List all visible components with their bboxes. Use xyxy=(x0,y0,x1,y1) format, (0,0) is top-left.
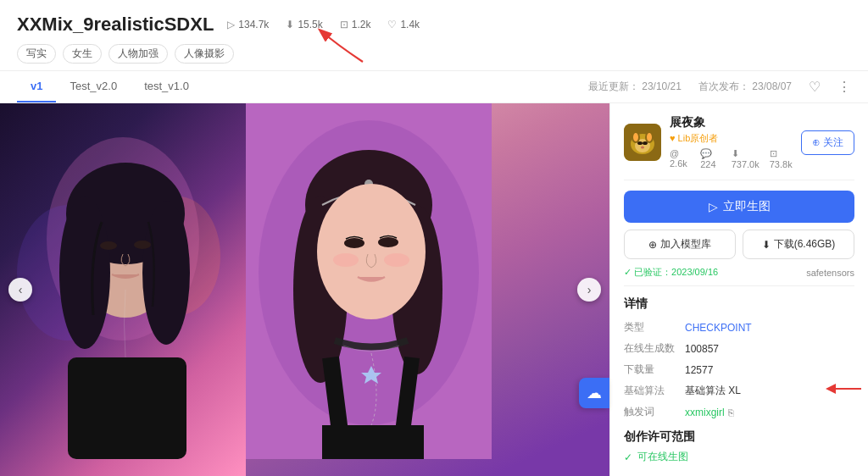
svg-point-29 xyxy=(647,133,652,141)
detail-type-row: 类型 CHECKPOINT xyxy=(624,320,854,335)
author-stat-2: ⬇ 737.0k xyxy=(732,148,760,169)
svg-point-19 xyxy=(344,238,364,248)
down-icon: ⬇ xyxy=(732,148,739,158)
svg-point-8 xyxy=(134,241,151,249)
copy-icon[interactable]: ⎘ xyxy=(728,407,734,418)
verified-text: ✓ 已验证：2023/09/16 xyxy=(624,266,718,279)
play-icon: ▷ xyxy=(227,19,235,30)
detail-type-value: CHECKPOINT xyxy=(685,322,752,334)
image-icon: ⊡ xyxy=(340,19,348,30)
images-value: 1.2k xyxy=(352,19,371,30)
details-section: 详情 类型 CHECKPOINT 在线生成数 100857 下载量 12577 xyxy=(624,296,854,419)
author-stats: @ 2.6k 💬 224 ⬇ 737.0k ⊡ xyxy=(670,148,793,169)
next-image-button[interactable]: › xyxy=(577,278,601,302)
tag-2[interactable]: 人物加强 xyxy=(108,44,168,64)
likes-value: 1.4k xyxy=(400,19,420,30)
detail-dl-value: 12577 xyxy=(685,364,713,376)
stat-downloads: ⬇ 15.5k xyxy=(286,19,322,30)
stats-row: ▷ 134.7k ⬇ 15.5k ⊡ 1.2k ♡ 1.4k xyxy=(227,19,420,30)
svg-rect-9 xyxy=(68,357,186,459)
img-icon: ⊡ xyxy=(770,148,777,158)
prev-image-button[interactable]: ‹ xyxy=(8,278,32,302)
follow-button[interactable]: ⊕ 关注 xyxy=(801,130,854,155)
license-title: 创作许可范围 xyxy=(624,429,854,445)
cloud-icon: ☁ xyxy=(587,384,602,402)
author-name: 展夜象 xyxy=(670,115,793,130)
svg-point-20 xyxy=(378,237,398,247)
generate-button[interactable]: ▷ 立即生图 xyxy=(624,191,854,223)
detail-dl-label: 下载量 xyxy=(624,363,685,377)
svg-point-7 xyxy=(100,241,117,250)
page-header: XXMix_9realisticSDXL ▷ 134.7k ⬇ 15.5k ⊡ … xyxy=(0,0,868,71)
generate-icon: ▷ xyxy=(709,200,718,213)
last-update-label: 最近更新： 23/10/21 xyxy=(588,80,682,94)
detail-gen-row: 在线生成数 100857 xyxy=(624,341,854,356)
author-badge: ♥ Lib原创者 xyxy=(670,132,793,145)
avatar-svg xyxy=(624,124,661,161)
author-avatar xyxy=(624,124,661,161)
detail-algo-value: 基础算法 XL xyxy=(685,384,741,398)
like-icon-header[interactable]: ♡ xyxy=(809,79,821,95)
svg-point-16 xyxy=(317,184,426,319)
svg-point-18 xyxy=(384,253,409,267)
first-publish-label: 首次发布： 23/08/07 xyxy=(698,80,792,94)
tab-test-v1[interactable]: test_v1.0 xyxy=(131,71,203,102)
details-title: 详情 xyxy=(624,296,854,312)
heart-icon: ♡ xyxy=(387,19,397,30)
author-card: 展夜象 ♥ Lib原创者 @ 2.6k 💬 224 ⬇ 7 xyxy=(624,115,854,180)
tag-0[interactable]: 写实 xyxy=(17,44,56,64)
action-buttons-row: ⊕ 加入模型库 ⬇ 下载(6.46GB) xyxy=(624,230,854,259)
detail-gen-value: 100857 xyxy=(685,343,719,355)
tabs-left: v1 Test_v2.0 test_v1.0 xyxy=(17,71,203,102)
download-icon: ⬇ xyxy=(286,19,294,30)
svg-point-32 xyxy=(641,147,644,149)
tab-v1[interactable]: v1 xyxy=(17,71,56,102)
download-btn-icon: ⬇ xyxy=(762,239,771,251)
author-stat-0: @ 2.6k xyxy=(670,148,690,169)
detail-algo-label: 基础算法 xyxy=(624,384,685,398)
verified-icon: ✓ xyxy=(624,267,634,277)
author-stat-1: 💬 224 xyxy=(700,148,721,169)
safetensors-label: safetensors xyxy=(806,268,854,278)
image-right xyxy=(246,103,609,476)
detail-type-label: 类型 xyxy=(624,320,685,335)
detail-gen-label: 在线生成数 xyxy=(624,341,685,356)
cloud-button[interactable]: ☁ xyxy=(579,378,609,408)
tabs-right: 最近更新： 23/10/21 首次发布： 23/08/07 ♡ ⋮ xyxy=(588,79,851,95)
annotation-arrow-algo xyxy=(821,380,863,397)
follow-icon: ⊕ xyxy=(812,136,823,148)
tags-row: 写实 女生 人物加强 人像摄影 xyxy=(17,44,851,64)
sidebar: 展夜象 ♥ Lib原创者 @ 2.6k 💬 224 ⬇ 7 xyxy=(609,103,868,476)
comment-icon: 💬 xyxy=(700,148,712,158)
tag-1[interactable]: 女生 xyxy=(63,44,102,64)
svg-point-5 xyxy=(59,196,110,349)
add-icon: ⊕ xyxy=(648,239,657,251)
image-right-placeholder xyxy=(246,103,609,476)
detail-dl-row: 下载量 12577 xyxy=(624,363,854,377)
license-section: 创作许可范围 ✓ 可在线生图 xyxy=(624,429,854,464)
model-title: XXMix_9realisticSDXL xyxy=(17,14,214,36)
stat-plays: ▷ 134.7k xyxy=(227,19,269,30)
svg-point-30 xyxy=(637,141,643,145)
portrait-right-svg xyxy=(246,103,492,459)
stat-images: ⊡ 1.2k xyxy=(340,19,371,30)
detail-algo-row: 基础算法 基础算法 XL xyxy=(624,384,854,398)
main-content: ‹ › xyxy=(0,103,868,476)
license-check-icon: ✓ xyxy=(624,451,632,463)
tag-3[interactable]: 人像摄影 xyxy=(175,44,234,64)
verified-row: ✓ 已验证：2023/09/16 safetensors xyxy=(624,266,854,286)
tab-test-v2[interactable]: Test_v2.0 xyxy=(56,71,131,102)
license-item: ✓ 可在线生图 xyxy=(624,450,854,464)
svg-rect-22 xyxy=(322,425,424,459)
detail-trigger-value: xxmixgirl ⎘ xyxy=(685,407,734,418)
downloads-value: 15.5k xyxy=(298,19,322,30)
more-icon[interactable]: ⋮ xyxy=(837,79,851,95)
download-button[interactable]: ⬇ 下载(6.46GB) xyxy=(743,230,854,259)
detail-trigger-row: 触发词 xxmixgirl ⎘ xyxy=(624,405,854,419)
images-area: ‹ › xyxy=(0,103,609,476)
author-stat-3: ⊡ 73.8k xyxy=(770,148,793,169)
add-library-button[interactable]: ⊕ 加入模型库 xyxy=(624,230,736,259)
image-left-placeholder xyxy=(0,103,246,476)
image-left xyxy=(0,103,246,476)
author-info: 展夜象 ♥ Lib原创者 @ 2.6k 💬 224 ⬇ 7 xyxy=(670,115,793,169)
